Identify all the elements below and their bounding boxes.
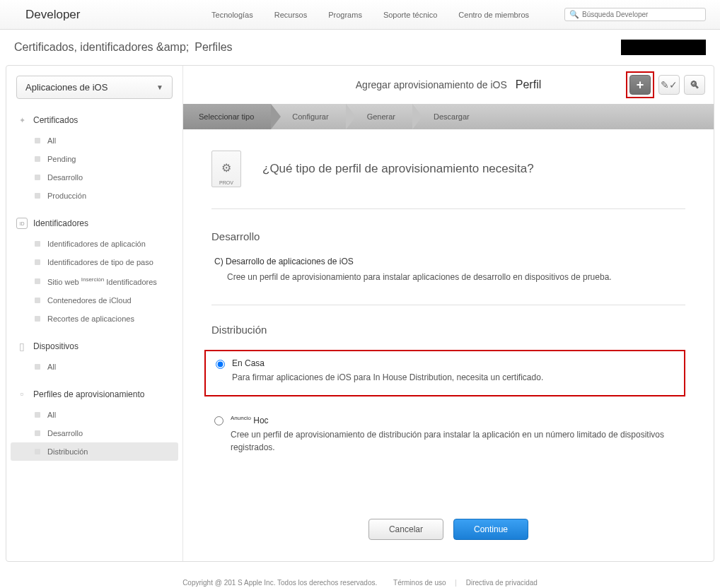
device-icon bbox=[16, 341, 28, 352]
radio-adhoc-desc: Cree un perfil de aprovisionamiento de d… bbox=[231, 428, 683, 454]
nav-item-prof-desarrollo[interactable]: Desarrollo bbox=[6, 424, 182, 442]
nav-item-id-icloud[interactable]: Contenedores de iCloud bbox=[6, 291, 182, 310]
add-button[interactable]: + bbox=[629, 75, 651, 95]
radio-inhouse-content: En Casa Para firmar aplicaciones de iOS … bbox=[232, 358, 674, 384]
dev-option: C) Desarrollo de aplicaciones de iOS Cre… bbox=[211, 257, 685, 283]
id-icon: ID bbox=[16, 218, 28, 229]
edit-button[interactable]: ✎✓ bbox=[658, 75, 680, 95]
nav-header-certificados[interactable]: Certificados bbox=[6, 109, 182, 131]
section-heading-desarrollo: Desarrollo bbox=[211, 230, 685, 242]
search-wrapper[interactable]: 🔍 bbox=[564, 8, 706, 21]
cancel-button[interactable]: Cancelar bbox=[368, 519, 443, 540]
account-badge bbox=[621, 40, 706, 55]
radio-inhouse-desc: Para firmar aplicaciones de iOS para In … bbox=[232, 371, 674, 384]
nav-brand: Developer bbox=[25, 8, 81, 22]
sub-header: Certificados, identificadores &amp; Perf… bbox=[0, 30, 720, 65]
content-area: Agregar aprovisionamiento de iOS Perfil … bbox=[183, 66, 714, 561]
step-generate[interactable]: Generar bbox=[346, 104, 412, 129]
bullet-icon bbox=[35, 449, 40, 454]
nav-link-miembros[interactable]: Centro de miembros bbox=[458, 11, 529, 19]
nav-item-cert-desarrollo[interactable]: Desarrollo bbox=[6, 168, 182, 187]
nav-header-dispositivos[interactable]: Dispositivos bbox=[6, 335, 182, 358]
hero-question: ¿Qué tipo de perfil de aprovisionamiento… bbox=[262, 162, 534, 176]
search-icon: 🔍 bbox=[569, 10, 579, 19]
dev-option-desc: Cree un perfil de aprovisionamiento para… bbox=[214, 271, 685, 283]
prov-label: PROV bbox=[219, 180, 233, 185]
bullet-icon bbox=[35, 412, 40, 418]
action-buttons: + ✎✓ 🔍︎ bbox=[626, 71, 705, 98]
nav-header-perfiles[interactable]: Perfiles de aprovisionamiento bbox=[6, 383, 182, 406]
radio-inhouse-label: En Casa bbox=[232, 358, 674, 368]
hero-section: ⚙ PROV ¿Qué tipo de perfil de aprovision… bbox=[211, 151, 685, 209]
nav-item-cert-produccion[interactable]: Producción bbox=[6, 187, 182, 205]
plus-icon: + bbox=[637, 78, 644, 93]
nav-item-dev-all[interactable]: All bbox=[6, 358, 182, 376]
highlight-add: + bbox=[626, 71, 654, 98]
footer-privacy-link[interactable]: Directiva de privacidad bbox=[466, 579, 538, 587]
provisioning-file-icon: ⚙ PROV bbox=[211, 151, 241, 187]
step-download[interactable]: Descargar bbox=[412, 104, 487, 129]
radio-adhoc-content: Anuncio Hoc Cree un perfil de aprovision… bbox=[231, 415, 683, 454]
platform-dropdown[interactable]: Aplicaciones de iOS ▼ bbox=[16, 76, 173, 99]
nav-item-id-sitioweb[interactable]: Sitio web Inserción Identificadores bbox=[6, 271, 182, 291]
bullet-icon bbox=[35, 193, 40, 199]
nav-item-prof-all[interactable]: All bbox=[6, 406, 182, 424]
content-title-sub: Perfil bbox=[516, 78, 541, 91]
wizard-steps: Seleccionar tipo Configurar Generar Desc… bbox=[183, 104, 714, 129]
bullet-icon bbox=[35, 316, 40, 322]
nav-item-id-recortes[interactable]: Recortes de aplicaciones bbox=[6, 310, 182, 328]
content-title-main: Agregar aprovisionamiento de iOS bbox=[356, 79, 507, 90]
nav-header-label: Perfiles de aprovisionamiento bbox=[33, 389, 144, 399]
nav-header-identificadores[interactable]: ID Identificadores bbox=[6, 212, 182, 235]
dropdown-label: Aplicaciones de iOS bbox=[25, 82, 108, 93]
footer-buttons: Cancelar Continue bbox=[211, 507, 685, 540]
certificate-icon bbox=[16, 114, 28, 126]
step-select-type[interactable]: Seleccionar tipo bbox=[183, 104, 271, 129]
footer-terms-link[interactable]: Términos de uso bbox=[393, 579, 446, 587]
nav-section-perfiles: Perfiles de aprovisionamiento All Desarr… bbox=[6, 383, 182, 461]
radio-inhouse-highlight: En Casa Para firmar aplicaciones de iOS … bbox=[204, 350, 685, 396]
page-footer: Copyright @ 201 S Apple Inc. Todos los d… bbox=[0, 562, 720, 588]
bullet-icon bbox=[35, 364, 40, 370]
step-configure[interactable]: Configurar bbox=[271, 104, 345, 129]
content-header: Agregar aprovisionamiento de iOS Perfil … bbox=[183, 66, 714, 104]
gear-icon: ⚙ bbox=[221, 161, 231, 175]
nav-link-recursos[interactable]: Recursos bbox=[274, 11, 307, 19]
nav-item-id-app[interactable]: Identificadores de aplicación bbox=[6, 235, 182, 253]
nav-item-cert-all[interactable]: All bbox=[6, 131, 182, 150]
nav-link-soporte[interactable]: Soporte técnico bbox=[383, 11, 437, 19]
nav-links: Tecnologías Recursos Programs Soporte té… bbox=[211, 8, 706, 21]
main-container: Aplicaciones de iOS ▼ Certificados All P… bbox=[6, 65, 714, 562]
bullet-icon bbox=[35, 156, 40, 162]
chevron-down-icon: ▼ bbox=[156, 83, 163, 91]
bullet-icon bbox=[35, 430, 40, 436]
footer-separator: | bbox=[455, 579, 457, 587]
section-divider bbox=[211, 305, 685, 305]
sub-title-1: Certificados, identificadores &amp; bbox=[14, 41, 189, 54]
radio-group-adhoc: Anuncio Hoc Cree un perfil de aprovision… bbox=[211, 408, 685, 465]
nav-section-dispositivos: Dispositivos All bbox=[6, 335, 182, 376]
nav-link-tecnologias[interactable]: Tecnologías bbox=[211, 11, 253, 19]
edit-icon: ✎✓ bbox=[661, 79, 678, 90]
bullet-icon bbox=[35, 259, 40, 265]
nav-item-prof-distribucion[interactable]: Distribución bbox=[11, 442, 178, 461]
continue-button[interactable]: Continue bbox=[453, 519, 528, 540]
nav-header-label: Certificados bbox=[33, 115, 78, 125]
bullet-icon bbox=[35, 278, 40, 284]
search-button[interactable]: 🔍︎ bbox=[684, 75, 705, 95]
radio-inhouse[interactable] bbox=[216, 360, 225, 369]
radio-row-inhouse: En Casa Para firmar aplicaciones de iOS … bbox=[216, 358, 674, 384]
nav-link-programs[interactable]: Programs bbox=[328, 11, 362, 19]
search-input[interactable] bbox=[582, 11, 701, 18]
nav-item-id-paso[interactable]: Identificadores de tipo de paso bbox=[6, 253, 182, 271]
nav-item-cert-pending[interactable]: Pending bbox=[6, 150, 182, 168]
bullet-icon bbox=[35, 298, 40, 303]
top-navigation: Developer Tecnologías Recursos Programs … bbox=[0, 0, 720, 30]
nav-header-label: Identificadores bbox=[33, 218, 88, 228]
nav-header-label: Dispositivos bbox=[33, 341, 79, 351]
radio-adhoc[interactable] bbox=[214, 416, 223, 425]
bullet-icon bbox=[35, 175, 40, 180]
bullet-icon bbox=[35, 241, 40, 247]
radio-row-adhoc: Anuncio Hoc Cree un perfil de aprovision… bbox=[214, 415, 683, 454]
section-heading-distribucion: Distribución bbox=[211, 324, 685, 336]
